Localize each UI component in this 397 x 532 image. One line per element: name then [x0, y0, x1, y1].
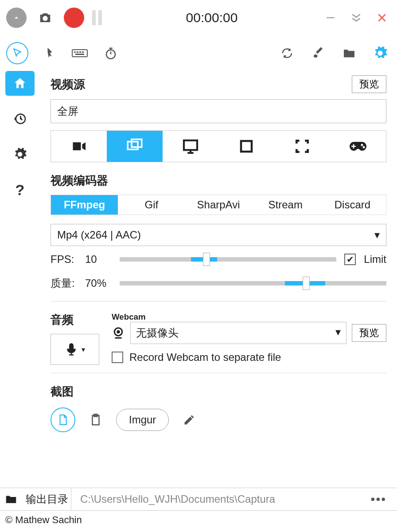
tab-gif[interactable]: Gif [118, 195, 185, 215]
svg-point-13 [361, 144, 363, 146]
encoder-tabs: FFmpeg Gif SharpAvi Stream Discard [51, 195, 386, 215]
record-separate-label: Record Webcam to separate file [129, 351, 281, 364]
clipboard-icon[interactable] [85, 409, 106, 430]
webcam-preview-button[interactable]: 预览 [352, 324, 386, 342]
tab-discard[interactable]: Discard [319, 195, 386, 215]
nav-help[interactable]: ? [5, 177, 35, 202]
svg-rect-10 [132, 139, 142, 147]
keystroke-tool-icon[interactable] [69, 43, 90, 64]
svg-rect-3 [77, 51, 78, 53]
settings-icon[interactable] [370, 43, 391, 64]
limit-checkbox[interactable]: ✔ [344, 254, 356, 265]
video-source-value: 全屏 [57, 104, 78, 118]
output-label: 输出目录 [23, 488, 71, 510]
webcam-icon [112, 326, 125, 340]
source-region[interactable] [274, 131, 330, 162]
video-source-select[interactable]: 全屏 [51, 99, 386, 123]
svg-rect-12 [241, 141, 252, 152]
fps-label: FPS: [51, 253, 77, 266]
imgur-button[interactable]: Imgur [116, 409, 169, 431]
source-window[interactable] [218, 131, 274, 162]
record-button[interactable] [64, 8, 84, 28]
source-camera[interactable] [51, 131, 107, 162]
svg-rect-4 [79, 51, 81, 53]
refresh-icon[interactable] [276, 43, 298, 64]
nav-home[interactable] [5, 71, 35, 96]
chevron-down-icon: ▾ [82, 345, 85, 354]
brush-icon[interactable] [307, 43, 329, 64]
camera-icon[interactable] [35, 7, 56, 28]
chevron-down-icon: ▾ [374, 229, 380, 241]
audio-title: 音频 [51, 312, 99, 328]
timer-display: 00:00:00 [110, 10, 314, 25]
output-browse-button[interactable]: ••• [365, 492, 393, 506]
divider [51, 373, 386, 373]
folder-icon[interactable] [4, 493, 18, 506]
preview-button[interactable]: 预览 [352, 75, 386, 93]
webcam-select[interactable]: 无摄像头 ▾ [130, 322, 346, 344]
divider [51, 301, 386, 301]
codec-value: Mp4 (x264 | AAC) [57, 229, 141, 241]
codec-select[interactable]: Mp4 (x264 | AAC) ▾ [51, 224, 386, 246]
tab-ffmpeg[interactable]: FFmpeg [51, 195, 118, 215]
source-screens[interactable] [107, 131, 163, 162]
webcam-value: 无摄像头 [136, 326, 179, 340]
video-source-title: 视频源 [51, 77, 85, 92]
side-nav: ? [0, 71, 40, 488]
cursor-tool[interactable] [6, 42, 28, 64]
main-panel: 视频源 预览 全屏 视频编码器 FFmpeg Gif SharpAvi Stre… [40, 71, 397, 488]
fps-row: FPS: 10 ✔ Limit [51, 253, 386, 266]
svg-rect-1 [72, 50, 87, 57]
minimize-button[interactable] [322, 9, 339, 27]
encoder-title: 视频编码器 [51, 173, 386, 188]
svg-rect-9 [128, 142, 138, 150]
webcam-section: Webcam 无摄像头 ▾ 预览 Record Webcam to separa… [112, 312, 386, 365]
svg-rect-5 [82, 51, 84, 53]
source-desktop[interactable] [163, 131, 218, 162]
toolbar [0, 35, 397, 71]
svg-rect-15 [70, 344, 73, 351]
webcam-title: Webcam [112, 312, 386, 322]
quality-slider[interactable] [120, 281, 386, 286]
click-tool-icon[interactable] [38, 43, 59, 64]
expand-button[interactable] [6, 8, 27, 28]
source-game[interactable] [330, 131, 386, 162]
limit-label: Limit [364, 253, 386, 266]
collapse-button[interactable] [347, 9, 365, 27]
edit-icon[interactable] [179, 409, 200, 430]
copyright: © Mathew Sachin [0, 511, 397, 529]
quality-row: 质量: 70% [51, 276, 386, 290]
source-type-grid [51, 130, 386, 162]
audio-select[interactable]: ▾ [51, 334, 99, 365]
svg-rect-6 [75, 54, 84, 55]
quality-value: 70% [85, 277, 112, 289]
screenshot-title: 截图 [51, 384, 386, 399]
pause-button[interactable] [92, 10, 102, 25]
svg-rect-11 [184, 141, 197, 150]
svg-rect-2 [74, 51, 76, 53]
close-button[interactable] [373, 9, 391, 27]
record-separate-checkbox[interactable] [112, 352, 123, 363]
fps-value: 10 [85, 253, 112, 266]
svg-rect-0 [327, 17, 334, 18]
output-path[interactable]: C:\Users\Hello_WJH\Documents\Captura [77, 493, 359, 505]
svg-point-17 [117, 330, 120, 334]
tab-stream[interactable]: Stream [252, 195, 319, 215]
fps-slider[interactable] [120, 257, 336, 262]
titlebar: 00:00:00 [0, 0, 397, 35]
quality-label: 质量: [51, 276, 77, 290]
chevron-down-icon: ▾ [335, 326, 341, 340]
nav-history[interactable] [5, 106, 35, 131]
audio-section: 音频 ▾ [51, 312, 99, 365]
output-bar: 输出目录 C:\Users\Hello_WJH\Documents\Captur… [0, 488, 397, 511]
screenshot-file-button[interactable] [51, 407, 75, 432]
svg-point-14 [363, 146, 365, 149]
tab-sharpavi[interactable]: SharpAvi [185, 195, 252, 215]
folder-icon[interactable] [339, 43, 360, 64]
stopwatch-tool-icon[interactable] [100, 43, 121, 64]
nav-settings[interactable] [5, 142, 35, 167]
